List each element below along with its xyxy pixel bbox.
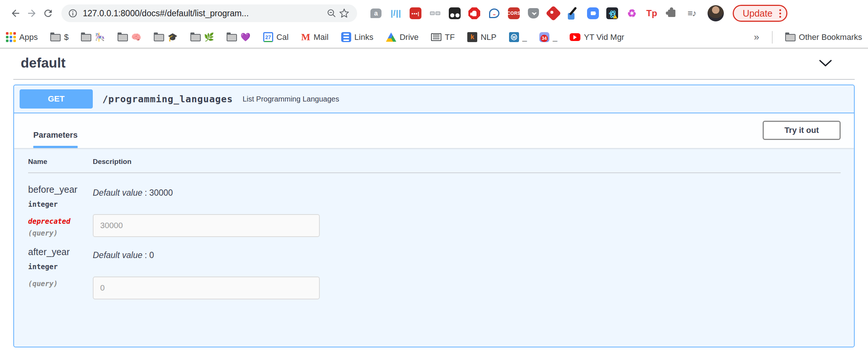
google-calendar-icon: 27 bbox=[263, 32, 273, 42]
address-bar[interactable]: 127.0.0.1:8000/docs#/default/list_progra… bbox=[61, 4, 357, 22]
tab-parameters[interactable]: Parameters bbox=[27, 130, 84, 148]
bookmark-folder-purple-heart[interactable]: 💜 bbox=[227, 32, 250, 42]
folder-icon bbox=[118, 34, 128, 41]
update-label: Update bbox=[743, 8, 773, 19]
wordpress-icon: W bbox=[509, 32, 519, 42]
colorzilla-extension-icon[interactable] bbox=[567, 7, 580, 20]
chrome-update-button[interactable]: Update bbox=[733, 5, 787, 22]
gmail-icon: M bbox=[301, 32, 311, 43]
folder-icon bbox=[81, 34, 91, 41]
bookmark-calendar[interactable]: 27Cal bbox=[263, 32, 289, 42]
bookmark-star-button[interactable] bbox=[338, 7, 350, 20]
bookmarks-overflow-button[interactable]: » bbox=[754, 31, 759, 43]
keras-icon: k bbox=[467, 32, 477, 42]
tp-extension-icon[interactable]: Tp bbox=[645, 7, 658, 20]
column-header-description: Description bbox=[93, 158, 132, 166]
endpoint-path[interactable]: /programming_languages bbox=[102, 94, 233, 104]
extensions-row: a |/|| •••| CORS ♻ Tp ≡♪ bbox=[370, 7, 698, 20]
parameter-location: (query) bbox=[28, 279, 93, 288]
endpoint-summary-text: List Programming Languages bbox=[243, 95, 339, 103]
parameter-name: after_year bbox=[28, 247, 93, 257]
parameters-table: Name Description before_year integer dep… bbox=[14, 148, 854, 299]
bookmark-tf[interactable]: TF bbox=[431, 32, 455, 42]
zoom-out-button[interactable] bbox=[325, 7, 338, 20]
card-icon bbox=[431, 33, 441, 41]
star-icon bbox=[339, 8, 349, 18]
url-text[interactable]: 127.0.0.1:8000/docs#/default/list_progra… bbox=[83, 8, 325, 18]
red-share-extension-icon[interactable] bbox=[547, 7, 560, 20]
chat-smile-extension-icon[interactable] bbox=[488, 7, 501, 20]
bookmark-gmail[interactable]: MMail bbox=[301, 32, 329, 43]
other-bookmarks-button[interactable]: Other Bookmarks bbox=[785, 32, 862, 42]
parameter-type: integer bbox=[28, 200, 93, 208]
http-method-badge: GET bbox=[20, 89, 93, 109]
profile-avatar[interactable] bbox=[708, 5, 724, 21]
get-endpoint-block: GET /programming_languages List Programm… bbox=[13, 85, 855, 347]
before-year-input[interactable] bbox=[93, 214, 320, 237]
bookmark-nlp[interactable]: kNLP bbox=[467, 32, 496, 42]
reload-icon bbox=[43, 8, 54, 19]
cors-extension-icon[interactable]: CORS bbox=[508, 7, 520, 19]
bookmark-wordpress[interactable]: W_ bbox=[509, 32, 527, 42]
active-tab-indicator bbox=[33, 146, 78, 148]
3d-glasses-extension-icon[interactable] bbox=[429, 7, 441, 20]
google-drive-icon bbox=[386, 32, 396, 42]
tampermonkey-extension-icon[interactable] bbox=[449, 7, 461, 19]
tag-section-header[interactable]: default bbox=[13, 49, 855, 80]
adblock-extension-icon[interactable] bbox=[468, 7, 481, 20]
bookmark-links[interactable]: Links bbox=[341, 32, 373, 42]
folder-icon bbox=[227, 34, 237, 41]
blue-bars-extension-icon[interactable]: |/|| bbox=[390, 7, 402, 20]
default-value-line: Default value:0 bbox=[93, 250, 841, 260]
badge-34-icon: 34 bbox=[539, 32, 549, 42]
youtube-icon bbox=[570, 33, 580, 41]
site-info-icon[interactable] bbox=[68, 8, 78, 18]
react-devtools-extension-icon[interactable] bbox=[606, 7, 618, 19]
bookmarks-divider bbox=[772, 31, 773, 44]
folder-icon bbox=[50, 34, 61, 41]
browser-toolbar: 127.0.0.1:8000/docs#/default/list_progra… bbox=[0, 0, 868, 27]
forward-button[interactable] bbox=[24, 5, 40, 21]
bookmark-folder-brain[interactable]: 🧠 bbox=[118, 32, 141, 42]
forward-arrow-icon bbox=[26, 8, 37, 19]
back-arrow-icon bbox=[10, 8, 21, 19]
bookmark-folder-carousel[interactable]: 🎠 bbox=[81, 32, 105, 42]
bookmark-yt-vid-mgr[interactable]: YT Vid Mgr bbox=[570, 32, 624, 42]
collapse-chevron-icon[interactable] bbox=[818, 59, 833, 67]
default-value: 0 bbox=[149, 250, 154, 260]
chat-assistant-extension-icon[interactable]: a bbox=[370, 7, 382, 20]
folder-icon bbox=[190, 34, 201, 41]
zoom-out-icon bbox=[327, 8, 336, 18]
browser-menu-icon[interactable] bbox=[779, 9, 781, 18]
pocket-extension-icon[interactable] bbox=[527, 7, 540, 20]
reload-button[interactable] bbox=[40, 5, 56, 21]
bookmark-apps[interactable]: Apps bbox=[6, 32, 38, 42]
bookmark-folder-dollar[interactable]: $ bbox=[50, 32, 68, 42]
parameter-type: integer bbox=[28, 262, 93, 271]
purple-recycle-extension-icon[interactable]: ♻ bbox=[625, 7, 638, 20]
extensions-puzzle-icon[interactable] bbox=[665, 7, 678, 20]
parameter-name: before_year bbox=[28, 184, 93, 195]
parameter-row-before-year: before_year integer deprecated (query) D… bbox=[28, 173, 841, 237]
parameters-tab-label: Parameters bbox=[33, 130, 78, 140]
bookmark-folder-herb[interactable]: 🌿 bbox=[190, 32, 214, 42]
bookmarks-bar: Apps $ 🎠 🧠 🎓 🌿 💜 27Cal MMail Links Drive… bbox=[0, 27, 868, 49]
swagger-page: default GET /programming_languages List … bbox=[0, 49, 868, 347]
try-it-out-button[interactable]: Try it out bbox=[763, 121, 841, 140]
default-value-line: Default value:30000 bbox=[93, 188, 841, 198]
endpoint-summary[interactable]: GET /programming_languages List Programm… bbox=[14, 85, 854, 113]
music-queue-extension-icon[interactable]: ≡♪ bbox=[685, 7, 698, 20]
back-button[interactable] bbox=[7, 5, 24, 21]
deprecated-badge: deprecated bbox=[28, 217, 93, 225]
folder-icon bbox=[785, 34, 796, 41]
page-title: default bbox=[21, 55, 65, 71]
bookmark-34[interactable]: 34_ bbox=[539, 32, 557, 42]
parameters-table-header: Name Description bbox=[28, 158, 841, 173]
column-header-name: Name bbox=[28, 158, 93, 166]
bookmark-drive[interactable]: Drive bbox=[386, 32, 418, 42]
lastpass-extension-icon[interactable]: •••| bbox=[410, 7, 421, 19]
bookmark-folder-grad-cap[interactable]: 🎓 bbox=[154, 32, 177, 42]
parameter-row-after-year: after_year integer (query) Default value… bbox=[28, 237, 841, 299]
zoom-app-extension-icon[interactable] bbox=[587, 7, 599, 19]
after-year-input[interactable] bbox=[93, 277, 320, 299]
